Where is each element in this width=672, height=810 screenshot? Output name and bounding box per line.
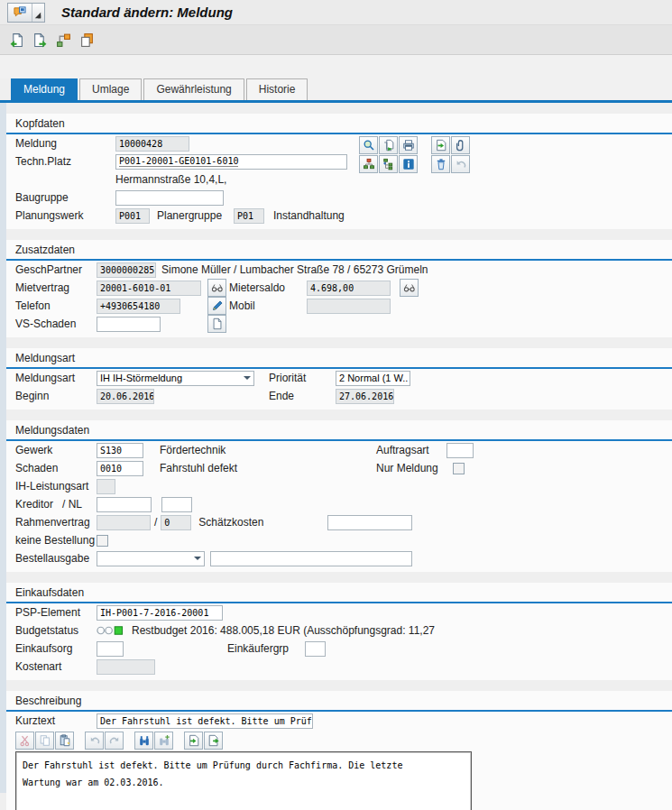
planergruppe-field[interactable]: P01 — [234, 208, 264, 224]
baugruppe-label: Baugruppe — [15, 191, 115, 204]
planungswerk-label: Planungswerk — [15, 209, 115, 222]
page-title: Standard ändern: Meldung — [61, 5, 233, 20]
cut-button[interactable] — [15, 732, 34, 750]
einkaufsorg-field[interactable] — [97, 641, 124, 657]
create-text-button[interactable] — [207, 315, 226, 333]
baugruppe-field[interactable] — [115, 190, 224, 206]
display-button[interactable] — [359, 136, 378, 154]
gewerk-field[interactable]: S130 — [97, 443, 143, 458]
tab-umlage[interactable]: Umlage — [79, 78, 142, 100]
export-text-button[interactable] — [204, 732, 223, 750]
ih-leistungsart-field[interactable] — [97, 479, 115, 494]
copy-button[interactable] — [379, 136, 398, 154]
rahmenvertrag-separator: / — [154, 516, 157, 529]
prioritaet-label: Priorität — [269, 372, 336, 384]
meldung-label: Meldung — [15, 137, 115, 150]
mietersaldo-label: Mietersaldo — [229, 281, 307, 294]
kostenart-label: Kostenart — [15, 660, 97, 673]
undo-button[interactable] — [451, 155, 470, 173]
structure-change-icon[interactable] — [56, 32, 71, 48]
delete-button[interactable] — [431, 155, 450, 173]
mietersaldo-field[interactable]: 4.698,00 — [307, 281, 391, 296]
undo-text-button[interactable] — [85, 732, 104, 750]
longtext-editor[interactable]: Der Fahrstuhl ist defekt. Bitte um Prüfu… — [15, 751, 472, 810]
einkaufsorg-label: Einkaufsorg — [15, 642, 97, 655]
mietvertrag-field[interactable]: 20001-6010-01 — [97, 281, 201, 296]
planergruppe-label: Planergruppe — [157, 209, 234, 222]
import-text-button[interactable] — [184, 732, 203, 750]
section-title: Meldungsart — [6, 348, 672, 369]
bestellausgabe-label: Bestellausgabe — [15, 552, 97, 565]
paste-button[interactable] — [55, 732, 74, 750]
section-title: Einkaufsdaten — [6, 583, 672, 603]
kurztext-field[interactable]: Der Fahrstuhl ist defekt. Bitte um Prüfu — [97, 713, 313, 729]
meldung-field[interactable]: 10000428 — [115, 136, 189, 152]
mobil-field[interactable] — [307, 299, 391, 314]
prioritaet-dropdown[interactable]: 2 Normal (1 W.. — [336, 371, 410, 386]
rahmenvertrag-label: Rahmenvertrag — [15, 516, 97, 529]
bestellausgabe-dropdown[interactable] — [97, 551, 205, 566]
beginn-field[interactable]: 20.06.2016 — [97, 389, 154, 404]
title-menu-button[interactable] — [7, 3, 45, 23]
export-text-icon — [207, 734, 220, 747]
application-toolbar — [0, 25, 672, 55]
copy-icon — [39, 734, 51, 747]
print-button[interactable] — [399, 136, 418, 154]
info-button[interactable] — [399, 155, 418, 173]
schaetzkosten-label: Schätzkosten — [198, 516, 263, 529]
section-zusatzdaten: Zusatzdaten GeschPartner 3000000285 Simo… — [6, 240, 672, 337]
meldungsart-dropdown[interactable]: IH IH-Störmeldung — [97, 371, 254, 386]
mietvertrag-label: Mietvertrag — [15, 281, 97, 294]
kreditor-field[interactable] — [97, 497, 152, 512]
techn-platz-address: Hermannstraße 10,4,L, — [115, 173, 226, 186]
section-kopfdaten: Kopfdaten Meldung 10000428 Techn.Platz P… — [6, 114, 672, 229]
kreditor-nl-field[interactable] — [161, 497, 192, 512]
next-object-icon[interactable] — [32, 32, 48, 48]
tab-meldung[interactable]: Meldung — [11, 78, 78, 100]
planungswerk-field[interactable]: P001 — [115, 208, 150, 224]
ende-field[interactable]: 27.06.2016 — [336, 389, 394, 404]
psp-element-field[interactable]: IH-P001-7-2016-20001 — [97, 605, 223, 621]
copy-object-icon[interactable] — [79, 32, 95, 48]
techn-platz-field[interactable]: P001-20001-GE0101-6010 — [115, 154, 347, 170]
schaden-field[interactable]: 0010 — [97, 461, 143, 476]
budgetstatus-text: Restbudget 2016: 488.005,18 EUR (Ausschö… — [132, 624, 435, 637]
auftragsart-field[interactable] — [446, 443, 474, 458]
mietvertrag-display-button[interactable] — [207, 279, 226, 297]
mietersaldo-display-button[interactable] — [400, 279, 419, 297]
tab-historie[interactable]: Historie — [246, 78, 308, 100]
find-next-button[interactable] — [154, 732, 173, 750]
keine-bestellung-checkbox[interactable] — [97, 535, 108, 547]
goto-document-button[interactable] — [431, 136, 450, 154]
kopfdaten-icon-toolbar — [359, 136, 471, 174]
geschpartner-field[interactable]: 3000000285 — [97, 262, 156, 278]
structure-list-button[interactable] — [379, 155, 398, 173]
mobil-label: Mobil — [229, 299, 307, 312]
org-structure-button[interactable] — [359, 155, 378, 173]
telefon-field[interactable]: +4930654180 — [97, 299, 180, 314]
paste-icon — [59, 734, 71, 747]
dropdown-arrow-icon[interactable] — [32, 4, 44, 22]
change-phone-button[interactable] — [207, 297, 226, 315]
rahmenvertrag-field[interactable] — [97, 515, 151, 530]
gewerk-label: Gewerk — [15, 444, 97, 456]
einkaeufergrp-field[interactable] — [305, 641, 326, 657]
vs-schaden-field[interactable] — [97, 317, 161, 332]
print-icon — [402, 139, 415, 152]
copy-text-button[interactable] — [35, 732, 54, 750]
keine-bestellung-label: keine Bestellung — [15, 534, 97, 547]
traffic-light-green-icon — [97, 624, 124, 637]
nur-meldung-checkbox[interactable] — [453, 463, 465, 474]
kostenart-field[interactable] — [97, 659, 155, 675]
rahmenvertrag-pos-field[interactable]: 0 — [161, 515, 191, 530]
bestellausgabe-text-field[interactable] — [210, 551, 412, 566]
schaetzkosten-field[interactable] — [327, 515, 412, 530]
telefon-label: Telefon — [15, 299, 97, 312]
redo-button[interactable] — [105, 732, 124, 750]
tab-gewaehrleistung[interactable]: Gewährleistung — [143, 78, 244, 100]
techn-platz-value: P001-20001-GE0101-6010 — [119, 156, 238, 167]
other-object-icon[interactable] — [9, 32, 24, 48]
find-button[interactable] — [134, 732, 153, 750]
attachment-button[interactable] — [451, 136, 470, 154]
info-icon — [402, 158, 415, 170]
